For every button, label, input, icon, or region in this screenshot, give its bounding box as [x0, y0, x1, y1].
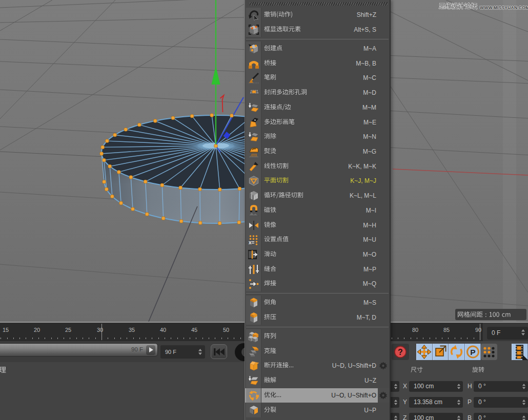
svg-text:P: P	[470, 348, 475, 356]
svg-text:x=: x=	[249, 240, 255, 245]
svg-text:?: ?	[398, 348, 403, 356]
